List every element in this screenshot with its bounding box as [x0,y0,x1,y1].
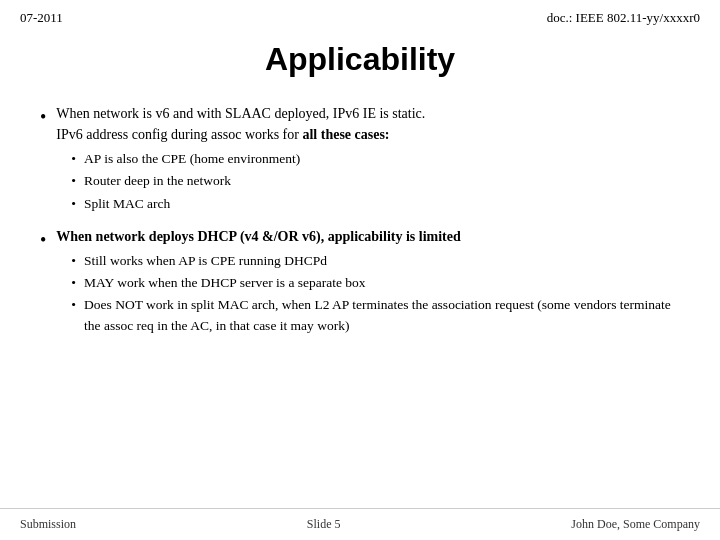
sub-bullet-dot: • [71,149,76,169]
sub-bullet-2-3: • Does NOT work in split MAC arch, when … [71,295,680,336]
slide: 07-2011 doc.: IEEE 802.11-yy/xxxxr0 Appl… [0,0,720,540]
sub-bullet-text: MAY work when the DHCP server is a separ… [84,273,366,293]
sub-bullet-1-2: • Router deep in the network [71,171,680,191]
sub-bullet-text: Does NOT work in split MAC arch, when L2… [84,295,680,336]
bullet-content-1: When network is v6 and with SLAAC deploy… [56,103,680,216]
footer-left: Submission [20,517,76,532]
page-title: Applicability [20,41,700,78]
sub-bullet-dot: • [71,295,76,315]
slide-footer: Submission Slide 5 John Doe, Some Compan… [0,508,720,540]
sub-bullet-text: Router deep in the network [84,171,231,191]
bullet-content-2: When network deploys DHCP (v4 &/OR v6), … [56,226,680,338]
slide-header: 07-2011 doc.: IEEE 802.11-yy/xxxxr0 [0,0,720,31]
bullet-dot-2: • [40,227,46,254]
header-left: 07-2011 [20,10,63,26]
sub-bullet-dot: • [71,273,76,293]
footer-right: John Doe, Some Company [571,517,700,532]
sub-bullet-text: Split MAC arch [84,194,170,214]
content-area: • When network is v6 and with SLAAC depl… [0,98,720,508]
title-section: Applicability [0,31,720,98]
sub-bullets-1: • AP is also the CPE (home environment) … [71,149,680,214]
bullet-item-2: • When network deploys DHCP (v4 &/OR v6)… [40,226,680,338]
sub-bullet-text: AP is also the CPE (home environment) [84,149,300,169]
bullet-text-2: When network deploys DHCP (v4 &/OR v6), … [56,226,680,247]
sub-bullets-2: • Still works when AP is CPE running DHC… [71,251,680,336]
sub-bullet-2-2: • MAY work when the DHCP server is a sep… [71,273,680,293]
sub-bullet-dot: • [71,171,76,191]
bullet-dot-1: • [40,104,46,131]
header-right: doc.: IEEE 802.11-yy/xxxxr0 [547,10,700,26]
bullet-item-1: • When network is v6 and with SLAAC depl… [40,103,680,216]
sub-bullet-2-1: • Still works when AP is CPE running DHC… [71,251,680,271]
footer-center: Slide 5 [307,517,341,532]
sub-bullet-dot: • [71,251,76,271]
bullet-text-1: When network is v6 and with SLAAC deploy… [56,103,680,145]
sub-bullet-1-3: • Split MAC arch [71,194,680,214]
sub-bullet-1-1: • AP is also the CPE (home environment) [71,149,680,169]
sub-bullet-dot: • [71,194,76,214]
sub-bullet-text: Still works when AP is CPE running DHCPd [84,251,327,271]
